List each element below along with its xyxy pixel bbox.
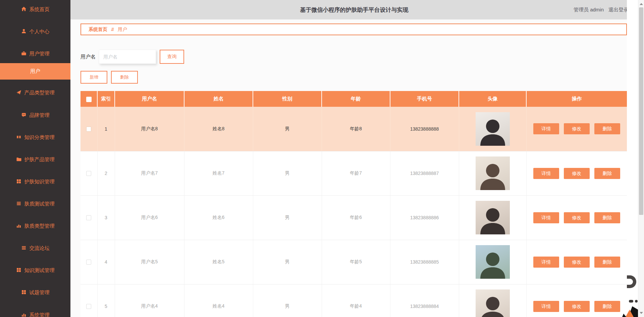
- row-checkbox[interactable]: [86, 127, 91, 132]
- sidebar-item-skin-test[interactable]: 肤质测试管理: [0, 200, 70, 208]
- detail-button[interactable]: 详情: [533, 212, 559, 223]
- sidebar-item-skin-type[interactable]: 肤质类型管理: [0, 222, 70, 230]
- cell-username: 用户名6: [115, 195, 184, 240]
- sidebar-item-label: 知识测试管理: [24, 267, 55, 274]
- table-row: 3 用户名6 姓名6 男 年龄6 13823888886 详情 修改 删除: [80, 195, 627, 240]
- edit-button[interactable]: 修改: [564, 123, 590, 134]
- breadcrumb-home-link[interactable]: 系统首页: [89, 27, 107, 33]
- select-all-checkbox[interactable]: [86, 97, 92, 102]
- row-checkbox[interactable]: [86, 260, 91, 265]
- row-delete-button[interactable]: 删除: [594, 212, 620, 223]
- list-icon: [16, 201, 21, 207]
- cell-name: 姓名6: [184, 195, 253, 240]
- avatar-image: [476, 245, 510, 279]
- home-icon: [21, 6, 26, 13]
- cell-name: 姓名8: [184, 107, 253, 151]
- row-checkbox[interactable]: [86, 304, 91, 309]
- sidebar-item-label: 品牌管理: [30, 112, 50, 119]
- detail-button[interactable]: 详情: [533, 168, 559, 179]
- cell-phone: 13823888886: [390, 195, 459, 240]
- right-edge-strip: [627, 0, 638, 317]
- scrollbar-thumb[interactable]: [639, 7, 643, 215]
- cell-username: 用户名5: [115, 240, 184, 284]
- scrollbar-down-arrow-icon[interactable]: [640, 312, 643, 314]
- edit-button[interactable]: 修改: [564, 257, 590, 268]
- username-search-input[interactable]: [99, 50, 156, 64]
- cell-name: 姓名4: [184, 284, 253, 317]
- cell-index: 1: [97, 107, 115, 151]
- column-header-gender: 性别: [253, 91, 322, 107]
- row-delete-button[interactable]: 删除: [594, 301, 620, 312]
- table-row: 5 用户名4 姓名4 男 年龄4 13823888884 详情 修改 删除: [80, 284, 627, 317]
- detail-button[interactable]: 详情: [533, 257, 559, 268]
- decoration-illustration: [635, 300, 638, 303]
- cell-phone: 13823888884: [390, 284, 459, 317]
- sidebar: 系统首页 个人中心 用户管理 用户 产品类型管理 品牌管理 知识分类管理 护肤产…: [0, 0, 70, 317]
- edit-button[interactable]: 修改: [564, 212, 590, 223]
- cell-age: 年龄4: [322, 284, 390, 317]
- sidebar-item-label: 交流论坛: [30, 245, 50, 252]
- toolbar: 新增 删除: [80, 71, 138, 84]
- sidebar-item-user-management[interactable]: 用户管理: [0, 50, 70, 58]
- sidebar-item-label: 系统管理: [30, 312, 50, 317]
- column-header-name: 姓名: [184, 91, 253, 107]
- row-checkbox[interactable]: [86, 215, 91, 220]
- cell-phone: 13823888885: [390, 240, 459, 284]
- decoration-illustration: [629, 300, 633, 303]
- page-title: 基于微信小程序的护肤助手平台设计与实现: [70, 0, 638, 19]
- table-row: 2 用户名7 姓名7 男 年龄7 13823888887 详情 修改 删除: [80, 151, 627, 195]
- add-button[interactable]: 新增: [80, 71, 107, 84]
- row-delete-button[interactable]: 删除: [594, 168, 620, 179]
- detail-button[interactable]: 详情: [533, 123, 559, 134]
- cell-age: 年龄8: [322, 107, 390, 151]
- row-delete-button[interactable]: 删除: [594, 257, 620, 268]
- sidebar-item-product-type[interactable]: 产品类型管理: [0, 89, 70, 97]
- row-checkbox[interactable]: [86, 171, 91, 176]
- edit-button[interactable]: 修改: [564, 168, 590, 179]
- sidebar-item-brand[interactable]: 品牌管理: [0, 111, 70, 119]
- cell-gender: 男: [253, 195, 322, 240]
- logout-link[interactable]: 退出登录: [608, 7, 629, 13]
- sidebar-item-knowledge-category[interactable]: 知识分类管理: [0, 133, 70, 141]
- decoration-illustration: [622, 306, 638, 317]
- main-scrollbar[interactable]: [638, 0, 644, 317]
- sidebar-item-skincare-knowledge[interactable]: 护肤知识管理: [0, 178, 70, 186]
- detail-button[interactable]: 详情: [533, 301, 559, 312]
- row-delete-button[interactable]: 删除: [594, 123, 620, 134]
- avatar-image: [476, 289, 510, 317]
- list-icon: [21, 245, 26, 252]
- grid-icon: [16, 267, 21, 274]
- sidebar-item-skincare-product[interactable]: 护肤产品管理: [0, 155, 70, 164]
- sidebar-item-system[interactable]: 系统管理: [0, 311, 70, 317]
- edit-button[interactable]: 修改: [564, 301, 590, 312]
- sidebar-item-label: 用户: [30, 68, 40, 75]
- sidebar-item-forum[interactable]: 交流论坛: [0, 244, 70, 252]
- cell-index: 2: [97, 151, 115, 195]
- cell-name: 姓名5: [184, 240, 253, 284]
- query-button[interactable]: 查询: [160, 50, 184, 64]
- cell-index: 4: [97, 240, 115, 284]
- sidebar-item-label: 个人中心: [30, 29, 50, 35]
- cell-name: 姓名7: [184, 151, 253, 195]
- sidebar-item-users-active[interactable]: 用户: [0, 63, 70, 80]
- cell-username: 用户名7: [115, 151, 184, 195]
- sidebar-item-home[interactable]: 系统首页: [0, 5, 70, 13]
- scrollbar-up-arrow-icon[interactable]: [640, 3, 643, 5]
- cell-phone: 13823888888: [390, 107, 459, 151]
- sidebar-item-knowledge-test[interactable]: 知识测试管理: [0, 266, 70, 274]
- table-row: 1 用户名8 姓名8 男 年龄8 13823888888 详情 修改 删除: [80, 107, 627, 151]
- briefcase-icon: [21, 51, 26, 57]
- sidebar-item-profile[interactable]: 个人中心: [0, 28, 70, 36]
- sidebar-item-label: 护肤知识管理: [24, 179, 55, 185]
- cell-gender: 男: [253, 284, 322, 317]
- column-header-index: 索引: [97, 91, 115, 107]
- delete-button[interactable]: 删除: [111, 71, 138, 84]
- sidebar-item-label: 护肤产品管理: [24, 156, 55, 163]
- sidebar-item-label: 肤质类型管理: [24, 223, 55, 229]
- breadcrumb: 系统首页 用户: [80, 24, 627, 35]
- sidebar-item-label: 试题管理: [30, 289, 50, 296]
- sidebar-item-question-bank[interactable]: 试题管理: [0, 288, 70, 297]
- search-row: 用户名 查询: [80, 50, 184, 64]
- sidebar-item-label: 系统首页: [30, 6, 50, 13]
- admin-app: 系统首页 个人中心 用户管理 用户 产品类型管理 品牌管理 知识分类管理 护肤产…: [0, 0, 644, 317]
